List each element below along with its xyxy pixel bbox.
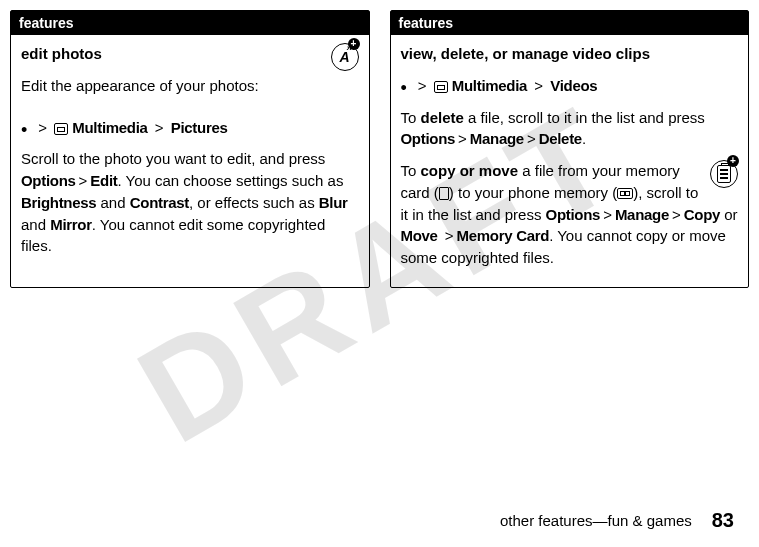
right-column: features view, delete, or manage video c… [390,10,750,288]
left-column: features edit photos Edit the appearance… [10,10,370,288]
copy-move-paragraph: + To copy or move a file from your memor… [401,160,739,269]
page-footer: other features—fun & games 83 [500,509,734,532]
memory-card-feature-icon: + [710,160,738,188]
multimedia-icon [434,81,448,93]
footer-text: other features—fun & games [500,512,692,529]
accessibility-icon: + A››› [331,43,359,71]
center-key-icon [21,124,31,134]
multimedia-icon [54,123,68,135]
phone-memory-icon [617,188,633,199]
nav-path-videos: > Multimedia > Videos [401,75,739,97]
center-key-icon [401,82,411,92]
left-header: features [11,11,369,35]
right-header: features [391,11,749,35]
delete-paragraph: To delete a file, scroll to it in the li… [401,107,739,151]
edit-photos-intro: Edit the appearance of your photos: [21,75,323,97]
memory-card-icon [439,187,449,200]
page-number: 83 [712,509,734,532]
edit-photos-title: edit photos [21,43,323,65]
edit-photos-body: Scroll to the photo you want to edit, an… [21,148,359,257]
video-clips-title: view, delete, or manage video clips [401,43,739,65]
nav-path-pictures: > Multimedia > Pictures [21,117,359,139]
